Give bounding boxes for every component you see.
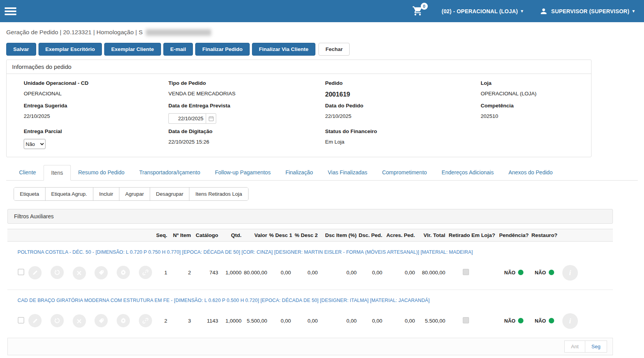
field-suggested-delivery: Entrega Sugerida 22/10/2025 [24, 98, 168, 124]
chevron-down-icon: ▾ [632, 9, 635, 14]
row-checkbox[interactable] [18, 269, 24, 275]
link-icon[interactable] [139, 314, 152, 327]
cart-count-badge: 0 [421, 3, 428, 10]
unit-selector-label: (02) - OPERACIONAL (LOJA) [442, 8, 518, 14]
history-icon[interactable] [51, 266, 64, 279]
user-menu-label: SUPERVISOR (SUPERVISOR) [551, 8, 629, 14]
cart-button[interactable]: 0 [412, 5, 425, 17]
cell-desc2: 0,00 [292, 256, 319, 290]
tab-cliente[interactable]: Cliente [12, 165, 44, 181]
remove-icon[interactable] [73, 267, 86, 280]
cell-desc2: 0,00 [292, 304, 319, 338]
field-order-type: Tipo de Pedido VENDA DE MERCADORIAS [168, 75, 325, 98]
field-expected-delivery: Data de Entrega Prevista [168, 98, 325, 124]
link-icon[interactable] [139, 266, 152, 279]
item-description-link[interactable]: POLTRONA COSTELA - DÉC. 50 - [DIMENSÃO: … [18, 249, 473, 255]
tab-vias-finalizadas[interactable]: Vias Finalizadas [320, 165, 375, 181]
cell-qtd: 1,0000 [219, 304, 243, 338]
save-button[interactable]: Salvar [6, 43, 36, 56]
close-button[interactable]: Fechar [318, 43, 350, 56]
incluir-button[interactable]: Incluir [93, 188, 119, 200]
filtros-auxiliares-title: Filtros Auxiliares [14, 213, 54, 219]
itens-retirados-loja-button[interactable]: Itens Retirados Loja [189, 188, 248, 200]
expected-delivery-input[interactable] [168, 113, 206, 124]
user-icon [539, 7, 548, 16]
retirado-checkbox [463, 317, 469, 323]
agrupar-button[interactable]: Agrupar [119, 188, 150, 200]
tag-icon[interactable] [94, 266, 108, 279]
desagrupar-button[interactable]: Desagrupar [150, 188, 190, 200]
cell-desc1: 0,00 [268, 304, 292, 338]
gear-icon[interactable] [117, 266, 130, 279]
restauro-status: NÃO [535, 318, 546, 324]
cell-acres-ped: 0,00 [383, 256, 416, 290]
item-description-link[interactable]: CAD DE BRAÇO GIRATÓRIA MODERNA COM ESTRU… [18, 298, 430, 303]
unit-selector[interactable]: (02) - OPERACIONAL (LOJA) ▾ [442, 8, 523, 14]
gear-icon[interactable] [117, 314, 130, 327]
tab-enderecos-adicionais[interactable]: Endereços Adicionais [434, 165, 501, 181]
col-qtd: Qtd. [219, 229, 243, 242]
history-icon[interactable] [51, 314, 64, 327]
page-title: Geração de Pedido | 20.123321 | Homologa… [6, 29, 143, 36]
calendar-icon[interactable] [206, 113, 216, 124]
tab-transportadora-icamento[interactable]: Transportadora/Içamento [132, 165, 208, 181]
remove-icon[interactable] [73, 314, 86, 328]
etiqueta-agrup-button[interactable]: Etiqueta Agrup. [46, 188, 93, 200]
office-copy-button[interactable]: Exemplar Escritório [38, 43, 102, 56]
cell-dsc-item: 0,00 [319, 256, 358, 290]
edit-icon[interactable] [28, 266, 42, 279]
menu-icon[interactable] [5, 6, 16, 17]
cell-dsc-ped: 0,00 [358, 304, 383, 338]
order-tabs: Cliente Itens Resumo do Pedido Transport… [6, 165, 638, 181]
topbar: 0 (02) - OPERACIONAL (LOJA) ▾ SUPERVISOR… [0, 0, 644, 22]
info-icon[interactable]: i [562, 265, 578, 281]
filtros-auxiliares-panel[interactable]: Filtros Auxiliares [7, 209, 613, 224]
tag-icon[interactable] [94, 314, 108, 327]
cell-desc1: 0,00 [268, 256, 292, 290]
edit-icon[interactable] [28, 314, 42, 327]
col-dsc-ped: Dsc. Ped. [358, 229, 383, 242]
tab-follow-up-pagamentos[interactable]: Follow-up Pagamentos [208, 165, 278, 181]
order-info-panel: Informações do pedido Unidade Operaciona… [6, 60, 592, 157]
redacted-text [146, 29, 211, 36]
col-desc2: % Desc 2 [292, 229, 319, 242]
col-seq: Seq. [147, 229, 168, 242]
cart-icon [412, 11, 423, 18]
field-operational-unit: Unidade Operacional - CD OPERACIONAL [24, 75, 168, 98]
field-order-number: Pedido 2001619 [325, 75, 481, 98]
status-dot-icon [518, 270, 523, 275]
cell-valor: 5.500,00 [243, 304, 268, 338]
field-order-date: Data do Pedido 22/10/2025 [325, 98, 481, 124]
field-financial-status: Status do Financeiro Em Loja [325, 124, 481, 149]
cell-dsc-ped: 0,00 [358, 256, 383, 290]
cell-vlr-total: 5.500,00 [416, 304, 446, 338]
field-competence: Competência 202510 [481, 98, 583, 124]
row-checkbox[interactable] [18, 317, 24, 323]
info-icon[interactable]: i [562, 313, 578, 329]
table-row: POLTRONA COSTELA - DÉC. 50 - [DIMENSÃO: … [7, 242, 613, 256]
tab-finalizacao[interactable]: Finalização [278, 165, 320, 181]
cell-no-item: 2 [168, 256, 192, 290]
finalize-order-button[interactable]: Finalizar Pedido [195, 43, 250, 56]
user-menu[interactable]: SUPERVISOR (SUPERVISOR) ▾ [539, 7, 635, 16]
tab-comprometimento[interactable]: Comprometimento [374, 165, 434, 181]
partial-delivery-select[interactable]: Não [24, 139, 46, 149]
finalize-via-client-button[interactable]: Finalizar Via Cliente [252, 43, 315, 56]
field-typing-date: Data de Digitação 22/10/2025 15:26 [168, 124, 325, 149]
tab-anexos-do-pedido[interactable]: Anexos do Pedido [501, 165, 560, 181]
email-button[interactable]: E-mail [163, 43, 193, 56]
col-pendencia: Pendência? [497, 229, 530, 242]
col-no-item: Nº Item [168, 229, 192, 242]
client-copy-button[interactable]: Exemplar Cliente [104, 43, 161, 56]
tab-resumo-do-pedido[interactable]: Resumo do Pedido [71, 165, 132, 181]
previous-page-button[interactable]: Ant [564, 340, 585, 353]
order-info-title: Informações do pedido [7, 60, 591, 74]
pendencia-status: NÃO [504, 270, 516, 276]
etiqueta-button[interactable]: Etiqueta [14, 188, 46, 200]
tab-itens[interactable]: Itens [44, 165, 71, 181]
col-valor: Valor [243, 229, 268, 242]
col-acres-ped: Acres. Ped. [383, 229, 416, 242]
next-page-button[interactable]: Seg [585, 340, 607, 353]
action-toolbar: Salvar Exemplar Escritório Exemplar Clie… [0, 39, 644, 57]
col-catalogo: Catálogo [192, 229, 219, 242]
